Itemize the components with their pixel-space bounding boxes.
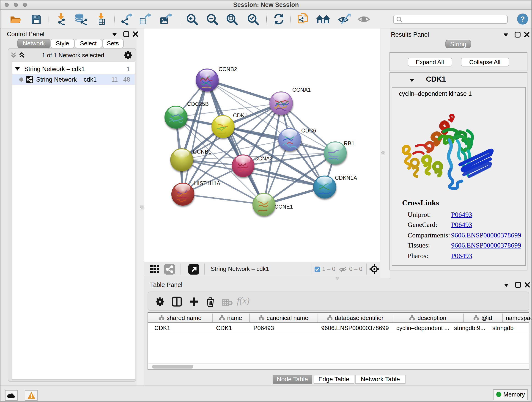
svg-text:?: ?: [520, 15, 525, 23]
